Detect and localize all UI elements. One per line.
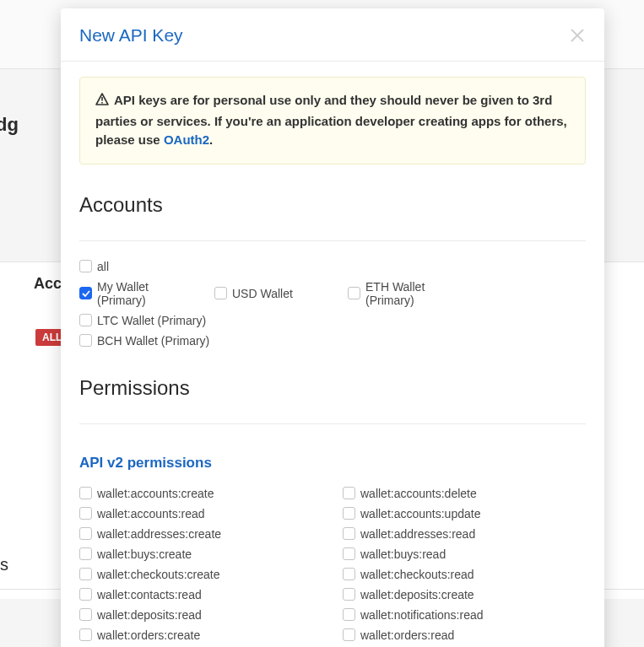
close-button[interactable] <box>569 27 586 44</box>
checkbox[interactable] <box>343 487 355 499</box>
modal-body: API keys are for personal use only and t… <box>61 62 604 647</box>
checkbox[interactable] <box>343 547 355 560</box>
permission-label: wallet:accounts:create <box>97 487 214 500</box>
permission-item[interactable]: wallet:deposits:read <box>79 608 322 622</box>
checkbox[interactable] <box>343 588 355 601</box>
permission-item[interactable]: wallet:orders:read <box>343 628 586 642</box>
account-eth-wallet[interactable]: ETH Wallet (Primary) <box>348 280 474 307</box>
checkbox[interactable] <box>343 608 355 621</box>
account-all[interactable]: all <box>79 260 586 273</box>
permission-item[interactable]: wallet:buys:read <box>343 547 586 561</box>
checkbox[interactable] <box>348 287 360 299</box>
warning-banner: API keys are for personal use only and t… <box>79 77 586 164</box>
permission-label: wallet:deposits:read <box>97 608 202 622</box>
permission-label: wallet:accounts:delete <box>360 487 477 500</box>
close-icon <box>569 27 586 44</box>
permission-label: wallet:notifications:read <box>360 608 484 622</box>
permission-item[interactable]: wallet:accounts:read <box>79 507 322 520</box>
account-label: all <box>97 260 109 273</box>
permission-item[interactable]: wallet:accounts:delete <box>343 487 586 500</box>
permission-label: wallet:addresses:read <box>360 527 475 541</box>
permission-label: wallet:accounts:update <box>360 507 480 520</box>
checkbox[interactable] <box>79 314 92 326</box>
permission-item[interactable]: wallet:buys:create <box>79 547 322 561</box>
checkbox[interactable] <box>79 334 92 347</box>
checkbox[interactable] <box>343 568 355 580</box>
oauth2-link[interactable]: OAuth2 <box>164 132 209 147</box>
permission-item[interactable]: wallet:addresses:create <box>79 527 322 541</box>
divider <box>79 240 586 241</box>
svg-rect-2 <box>101 97 103 101</box>
account-label: ETH Wallet (Primary) <box>365 280 474 307</box>
checkbox[interactable] <box>79 547 92 560</box>
checkbox[interactable] <box>343 628 355 641</box>
permission-label: wallet:deposits:create <box>360 588 474 601</box>
bg-partial-s: s <box>0 555 8 574</box>
checkbox[interactable] <box>214 287 227 299</box>
modal-title: New API Key <box>79 25 183 46</box>
account-my-wallet[interactable]: My Wallet (Primary) <box>79 280 199 307</box>
bg-partial-text: uy widg <box>0 114 19 136</box>
permission-label: wallet:checkouts:create <box>97 568 220 581</box>
checkbox[interactable] <box>343 527 355 540</box>
permission-label: wallet:buys:create <box>97 547 192 561</box>
account-label: BCH Wallet (Primary) <box>97 334 209 348</box>
accounts-list: all My Wallet (Primary) USD Wallet ETH W… <box>79 260 586 348</box>
permission-label: wallet:orders:create <box>97 628 200 642</box>
checkbox[interactable] <box>79 487 92 499</box>
permission-item[interactable]: wallet:accounts:update <box>343 507 586 520</box>
permission-item[interactable]: wallet:checkouts:create <box>79 568 322 581</box>
checkbox[interactable] <box>79 628 92 641</box>
divider <box>79 423 586 424</box>
checkbox[interactable] <box>79 568 92 580</box>
checkbox[interactable] <box>79 608 92 621</box>
account-usd-wallet[interactable]: USD Wallet <box>214 280 333 307</box>
checkbox[interactable] <box>79 588 92 601</box>
permission-label: wallet:checkouts:read <box>360 568 474 581</box>
permission-item[interactable]: wallet:contacts:read <box>79 588 322 601</box>
permission-label: wallet:addresses:create <box>97 527 221 541</box>
bg-partial-label: Acc <box>34 275 62 293</box>
permission-item[interactable]: wallet:deposits:create <box>343 588 586 601</box>
account-label: USD Wallet <box>232 287 293 300</box>
permission-item[interactable]: wallet:orders:create <box>79 628 322 642</box>
api-v2-heading: API v2 permissions <box>79 455 586 472</box>
modal-header: New API Key <box>61 8 604 62</box>
permission-label: wallet:accounts:read <box>97 507 205 520</box>
permission-label: wallet:orders:read <box>360 628 454 642</box>
permissions-heading: Permissions <box>79 376 586 400</box>
account-label: My Wallet (Primary) <box>97 280 199 307</box>
new-api-key-modal: New API Key API keys are for personal us… <box>61 8 604 647</box>
checkbox[interactable] <box>79 287 92 299</box>
checkbox[interactable] <box>79 260 92 272</box>
account-ltc-wallet[interactable]: LTC Wallet (Primary) <box>79 314 206 327</box>
checkbox[interactable] <box>343 507 355 520</box>
permission-item[interactable]: wallet:notifications:read <box>343 608 586 622</box>
svg-rect-3 <box>101 102 103 104</box>
permission-item[interactable]: wallet:addresses:read <box>343 527 586 541</box>
warning-icon <box>95 93 109 112</box>
permissions-grid: wallet:accounts:createwallet:accounts:de… <box>79 487 586 648</box>
checkbox[interactable] <box>79 507 92 520</box>
warning-suffix: . <box>209 132 213 147</box>
permission-label: wallet:buys:read <box>360 547 446 561</box>
permission-label: wallet:contacts:read <box>97 588 202 601</box>
account-label: LTC Wallet (Primary) <box>97 314 206 327</box>
permission-item[interactable]: wallet:accounts:create <box>79 487 322 500</box>
permission-item[interactable]: wallet:checkouts:read <box>343 568 586 581</box>
checkbox[interactable] <box>79 527 92 540</box>
accounts-heading: Accounts <box>79 193 586 217</box>
account-bch-wallet[interactable]: BCH Wallet (Primary) <box>79 334 586 348</box>
